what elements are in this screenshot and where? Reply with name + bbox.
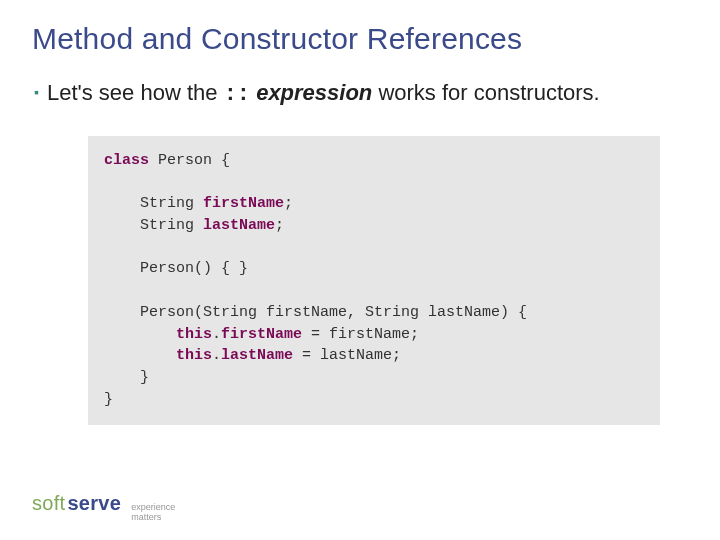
code-text: = firstName; (302, 326, 419, 343)
bullet-text: Let's see how the :: expression works fo… (47, 78, 600, 110)
logo-part-soft: soft (32, 492, 65, 515)
bullet-text-pre: Let's see how the (47, 80, 224, 105)
field-name: firstName (221, 326, 302, 343)
code-text: } (104, 369, 149, 386)
code-text: . (212, 347, 221, 364)
page-title: Method and Constructor References (32, 22, 688, 56)
code-text: ; (275, 217, 284, 234)
code-text: . (212, 326, 221, 343)
keyword-this: this (176, 347, 212, 364)
field-name: lastName (221, 347, 293, 364)
code-text (104, 326, 176, 343)
footer-logo: softserve experience matters (32, 492, 175, 522)
keyword-class: class (104, 152, 149, 169)
code-text: String (104, 217, 203, 234)
tagline-line: matters (131, 513, 175, 522)
code-text: Person { (149, 152, 230, 169)
bullet-item: ▪ Let's see how the :: expression works … (32, 78, 688, 110)
logo-part-serve: serve (67, 492, 121, 515)
field-name: lastName (203, 217, 275, 234)
emphasis-word: expression (250, 80, 372, 105)
code-text: = lastName; (293, 347, 401, 364)
code-text: Person() { } (104, 260, 248, 277)
code-text (104, 347, 176, 364)
bullet-text-post: works for constructors. (372, 80, 599, 105)
code-block: class Person { String firstName; String … (88, 136, 660, 425)
code-operator: :: (224, 82, 250, 107)
bullet-marker: ▪ (34, 78, 39, 106)
field-name: firstName (203, 195, 284, 212)
code-text: String (104, 195, 203, 212)
code-text: ; (284, 195, 293, 212)
code-text: } (104, 391, 113, 408)
code-text: Person(String firstName, String lastName… (104, 304, 527, 321)
logo-tagline: experience matters (131, 503, 175, 522)
keyword-this: this (176, 326, 212, 343)
